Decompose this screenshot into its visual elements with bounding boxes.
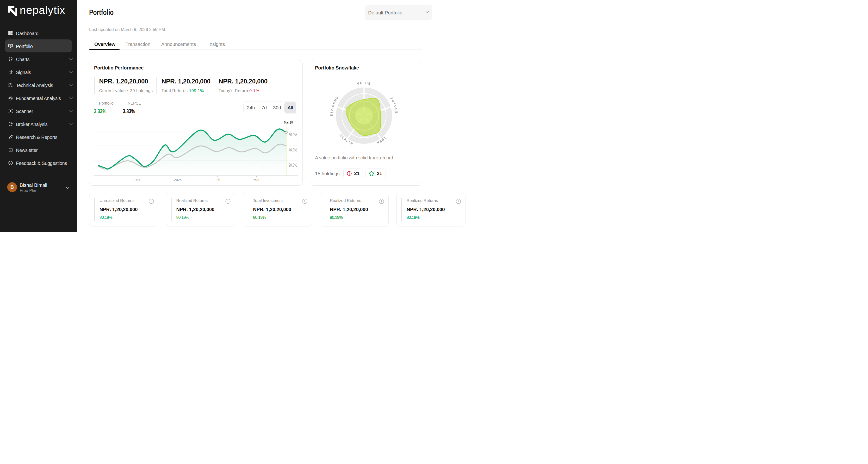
- svg-text:Dec: Dec: [134, 178, 140, 182]
- svg-text:Feb: Feb: [215, 178, 220, 182]
- svg-text:40.0%: 40.0%: [289, 147, 297, 152]
- svg-text:60.0%: 60.0%: [289, 132, 297, 137]
- svg-text:2026: 2026: [174, 178, 182, 182]
- svg-text:20.0%: 20.0%: [289, 163, 297, 168]
- svg-text:Mar 10: Mar 10: [284, 120, 293, 124]
- svg-text:Mar: Mar: [253, 178, 259, 182]
- svg-text:VALUE: VALUE: [356, 81, 371, 86]
